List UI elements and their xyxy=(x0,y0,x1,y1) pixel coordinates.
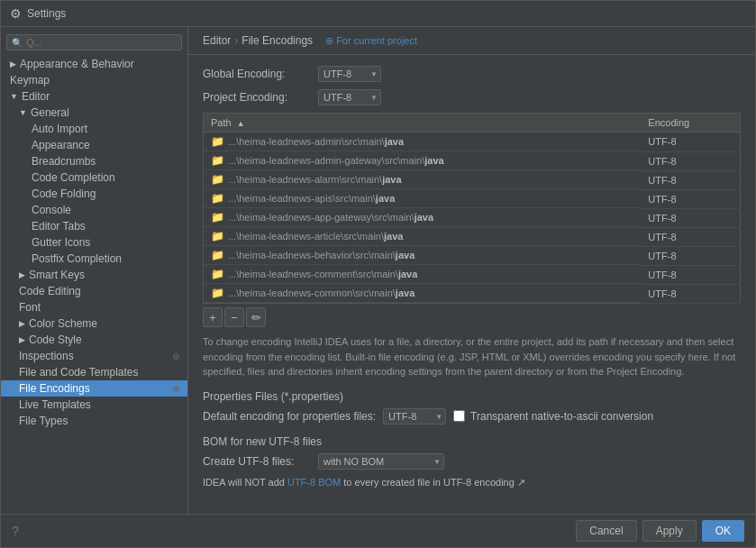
folder-icon: 📁 xyxy=(211,249,224,261)
breadcrumb-separator: › xyxy=(234,34,238,47)
sidebar-item-postfix-completion[interactable]: Postfix Completion xyxy=(1,251,187,267)
help-button[interactable]: ? xyxy=(12,524,19,538)
table-row[interactable]: 📁...\heima-leadnews-common\src\main\java… xyxy=(204,284,741,304)
sidebar-item-code-editing[interactable]: Code Editing xyxy=(1,283,187,299)
sidebar-label-editor: Editor xyxy=(22,90,50,103)
sidebar-item-breadcrumbs[interactable]: Breadcrumbs xyxy=(1,153,187,169)
info-text: To change encoding IntelliJ IDEA uses fo… xyxy=(203,334,741,379)
sidebar-item-code-style[interactable]: ▶Code Style xyxy=(1,332,187,348)
sidebar-item-color-scheme[interactable]: ▶Color Scheme xyxy=(1,315,187,332)
sidebar-label-code-style: Code Style xyxy=(29,333,82,346)
sidebar-item-appearance[interactable]: Appearance xyxy=(1,137,187,153)
path-text: ...\heima-leadnews-article\src\main\java xyxy=(228,231,403,242)
path-text: ...\heima-leadnews-admin\src\main\java xyxy=(228,136,404,147)
sidebar-item-code-folding[interactable]: Code Folding xyxy=(1,186,187,202)
sidebar-label-file-types: File Types xyxy=(19,415,68,427)
path-text: ...\heima-leadnews-comment\src\main\java xyxy=(228,269,417,279)
sidebar: 🔍 ▶Appearance & BehaviorKeymap▼Editor▼Ge… xyxy=(1,27,188,514)
search-input[interactable] xyxy=(26,37,177,48)
encoding-cell: UTF-8 xyxy=(641,246,740,265)
dialog-body: 🔍 ▶Appearance & BehaviorKeymap▼Editor▼Ge… xyxy=(1,27,755,514)
path-text: ...\heima-leadnews-apis\src\main\java xyxy=(228,193,395,204)
table-row[interactable]: 📁...\heima-leadnews-alarm\src\main\javaU… xyxy=(204,170,741,189)
sidebar-label-general: General xyxy=(31,106,69,119)
sidebar-item-gutter-icons[interactable]: Gutter Icons xyxy=(1,234,187,251)
transparent-checkbox[interactable] xyxy=(453,410,465,422)
arrow-icon-appearance-behavior: ▶ xyxy=(10,59,16,68)
apply-button[interactable]: Apply xyxy=(642,520,697,542)
path-text: ...\heima-leadnews-behavior\src\main\jav… xyxy=(228,250,414,260)
table-row[interactable]: 📁...\heima-leadnews-apis\src\main\javaUT… xyxy=(204,189,741,208)
sidebar-item-auto-import[interactable]: Auto Import xyxy=(1,121,187,137)
encoding-cell: UTF-8 xyxy=(641,189,740,208)
settings-icon: ⚙ xyxy=(10,6,22,21)
sidebar-item-smart-keys[interactable]: ▶Smart Keys xyxy=(1,267,187,283)
search-box[interactable]: 🔍 xyxy=(6,34,182,50)
sidebar-item-console[interactable]: Console xyxy=(1,202,187,218)
table-row[interactable]: 📁...\heima-leadnews-admin-gateway\src\ma… xyxy=(204,151,741,170)
table-row[interactable]: 📁...\heima-leadnews-comment\src\main\jav… xyxy=(204,265,741,284)
sidebar-item-code-completion[interactable]: Code Completion xyxy=(1,169,187,186)
default-encoding-label: Default encoding for properties files: xyxy=(203,410,376,423)
sidebar-item-file-encodings[interactable]: File Encodings⚙ xyxy=(1,380,187,397)
sidebar-item-editor[interactable]: ▼Editor xyxy=(1,88,187,105)
sidebar-label-keymap: Keymap xyxy=(10,74,50,87)
encoding-cell: UTF-8 xyxy=(641,284,740,304)
project-link[interactable]: ⊕ For current project xyxy=(325,35,417,47)
remove-path-button[interactable]: − xyxy=(224,307,244,327)
create-utf8-row: Create UTF-8 files: with NO BOM xyxy=(203,453,741,470)
folder-icon: 📁 xyxy=(211,230,224,242)
sidebar-item-editor-tabs[interactable]: Editor Tabs xyxy=(1,218,187,234)
sidebar-item-appearance-behavior[interactable]: ▶Appearance & Behavior xyxy=(1,56,187,72)
bom-note-suffix: to every created file in UTF-8 encoding … xyxy=(343,477,525,488)
properties-section: Properties Files (*.properties) Default … xyxy=(203,390,741,425)
add-path-button[interactable]: + xyxy=(203,307,223,327)
sidebar-label-editor-tabs: Editor Tabs xyxy=(32,220,86,233)
sidebar-item-inspections[interactable]: Inspections⚙ xyxy=(1,348,187,364)
sidebar-item-keymap[interactable]: Keymap xyxy=(1,72,187,88)
sidebar-item-live-templates[interactable]: Live Templates xyxy=(1,397,187,413)
search-icon: 🔍 xyxy=(12,38,23,48)
sidebar-item-file-code-templates[interactable]: File and Code Templates xyxy=(1,364,187,380)
path-text: ...\heima-leadnews-app-gateway\src\main\… xyxy=(228,212,433,223)
table-row[interactable]: 📁...\heima-leadnews-app-gateway\src\main… xyxy=(204,208,741,227)
sidebar-label-file-encodings: File Encodings xyxy=(19,382,90,395)
sidebar-label-color-scheme: Color Scheme xyxy=(29,317,97,330)
properties-section-title: Properties Files (*.properties) xyxy=(203,390,741,403)
edit-path-button[interactable]: ✏ xyxy=(246,307,266,327)
folder-icon: 📁 xyxy=(211,135,224,148)
path-column-header[interactable]: Path ▲ xyxy=(204,114,642,132)
path-text: ...\heima-leadnews-common\src\main\java xyxy=(228,288,414,298)
sidebar-label-breadcrumbs: Breadcrumbs xyxy=(32,155,96,168)
table-row[interactable]: 📁...\heima-leadnews-admin\src\main\javaU… xyxy=(204,132,741,152)
sidebar-item-file-types[interactable]: File Types xyxy=(1,413,187,429)
table-row[interactable]: 📁...\heima-leadnews-article\src\main\jav… xyxy=(204,227,741,246)
default-encoding-select[interactable]: UTF-8 xyxy=(383,408,446,425)
ok-button[interactable]: OK xyxy=(702,520,744,542)
arrow-icon-smart-keys: ▶ xyxy=(19,270,25,279)
breadcrumb-parent: Editor xyxy=(203,34,231,47)
sidebar-label-font: Font xyxy=(19,301,41,314)
cancel-button[interactable]: Cancel xyxy=(576,520,636,542)
breadcrumb: Editor › File Encodings ⊕ For current pr… xyxy=(188,27,755,55)
create-utf8-select-wrapper: with NO BOM xyxy=(318,453,444,470)
folder-icon: 📁 xyxy=(211,192,224,205)
table-row[interactable]: 📁...\heima-leadnews-behavior\src\main\ja… xyxy=(204,246,741,265)
gear-icon-file-encodings: ⚙ xyxy=(172,384,180,394)
sidebar-item-font[interactable]: Font xyxy=(1,299,187,315)
main-content: Editor › File Encodings ⊕ For current pr… xyxy=(188,27,755,514)
arrow-icon-editor: ▼ xyxy=(10,92,18,101)
global-encoding-select[interactable]: UTF-8 xyxy=(318,66,381,82)
file-encodings-table: Path ▲ Encoding 📁...\heima-leadnews-admi… xyxy=(203,113,741,304)
transparent-label: Transparent native-to-ascii conversion xyxy=(470,410,653,423)
sidebar-label-appearance: Appearance xyxy=(32,139,90,151)
sidebar-label-code-completion: Code Completion xyxy=(32,171,115,184)
bom-section-title: BOM for new UTF-8 files xyxy=(203,435,741,448)
content-area: Global Encoding: UTF-8 Project Encoding:… xyxy=(188,55,755,514)
project-encoding-select[interactable]: UTF-8 xyxy=(318,89,381,105)
bom-link[interactable]: UTF-8 BOM xyxy=(287,477,341,488)
create-utf8-select[interactable]: with NO BOM xyxy=(318,453,444,470)
folder-icon: 📁 xyxy=(211,268,224,280)
sidebar-item-general[interactable]: ▼General xyxy=(1,105,187,121)
settings-dialog: ⚙ Settings 🔍 ▶Appearance & BehaviorKeyma… xyxy=(0,0,756,548)
